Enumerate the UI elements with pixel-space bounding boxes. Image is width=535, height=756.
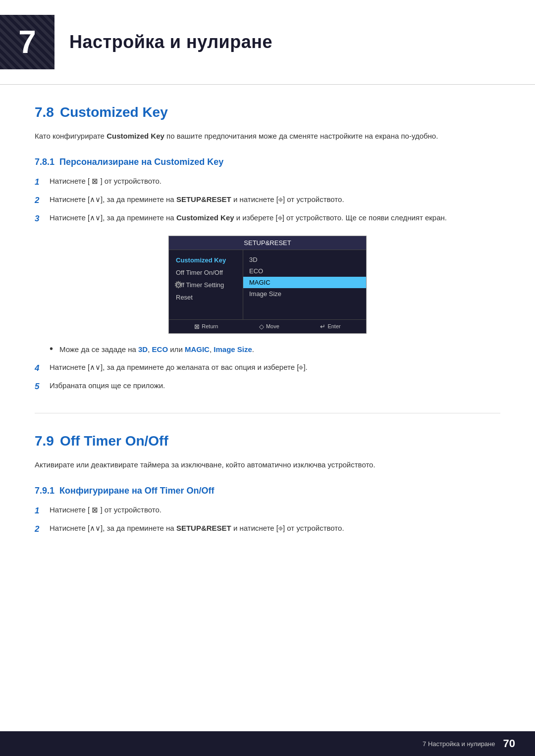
- submenu-3d: 3D: [243, 254, 366, 265]
- ss-title-bar: SETUP&RESET: [169, 236, 366, 250]
- section-7-8-title: 7.8 Customized Key: [35, 104, 500, 120]
- bullet-options: • Може да се зададе на 3D, ECO или MAGIC…: [50, 344, 500, 355]
- step-7-8-5: 5 Избраната опция ще се приложи.: [35, 380, 500, 393]
- enter-icon: ↵: [320, 323, 325, 330]
- footer-chapter-ref: 7 Настройка и нулиране: [423, 740, 495, 748]
- ss-btn-move: ◇ Move: [259, 323, 279, 330]
- ss-submenu-col: 3D ECO MAGIC Image Size: [243, 250, 366, 319]
- chapter-header: 7 Настройка и нулиране: [0, 0, 535, 85]
- steps-list-7-9: 1 Натиснете [ ⊠ ] от устройството. 2 Нат…: [35, 504, 500, 536]
- menu-item-customized-key: Customized Key: [169, 254, 243, 266]
- step-7-8-2: 2 Натиснете [∧∨], за да преминете на SET…: [35, 194, 500, 207]
- chapter-number: 7: [0, 15, 54, 69]
- steps-list-7-8-45: 4 Натиснете [∧∨], за да преминете до жел…: [35, 361, 500, 393]
- chapter-title: Настройка и нулиране: [69, 32, 272, 52]
- page-footer: 7 Настройка и нулиране 70: [0, 731, 535, 756]
- subsection-7-9-1-title: 7.9.1 Конфигуриране на Off Timer On/Off: [35, 486, 500, 496]
- content-area: 7.8 Customized Key Като конфигурирате Cu…: [0, 104, 535, 536]
- step-7-8-1: 1 Натиснете [ ⊠ ] от устройството.: [35, 175, 500, 189]
- screenshot-box: SETUP&RESET ⚙ Customized Key Off Timer O…: [168, 236, 367, 334]
- steps-list-7-8: 1 Натиснете [ ⊠ ] от устройството. 2 Нат…: [35, 175, 500, 226]
- section-7-9-desc: Активирате или деактивирате таймера за и…: [35, 459, 500, 471]
- step-7-9-1: 1 Натиснете [ ⊠ ] от устройството.: [35, 504, 500, 517]
- submenu-image-size: Image Size: [243, 288, 366, 300]
- section-7-8-desc: Като конфигурирате Customized Key по ваш…: [35, 130, 500, 142]
- ss-btn-return: ⊠ Return: [194, 323, 218, 330]
- section-7-9-title: 7.9 Off Timer On/Off: [35, 433, 500, 449]
- subsection-7-8-1-title: 7.8.1 Персонализиране на Customized Key: [35, 157, 500, 167]
- page: 7 Настройка и нулиране 7.8 Customized Ke…: [0, 0, 535, 756]
- submenu-magic: MAGIC: [243, 277, 366, 288]
- step-7-9-2: 2 Натиснете [∧∨], за да преминете на SET…: [35, 522, 500, 536]
- ss-bottom-bar: ⊠ Return ◇ Move ↵ Enter: [169, 319, 366, 333]
- return-icon: ⊠: [194, 323, 200, 330]
- submenu-eco: ECO: [243, 265, 366, 277]
- step-7-8-4: 4 Натиснете [∧∨], за да преминете до жел…: [35, 361, 500, 375]
- section-7-8: 7.8 Customized Key Като конфигурирате Cu…: [35, 104, 500, 393]
- menu-item-off-timer-onoff: Off Timer On/Off: [169, 266, 243, 279]
- gear-icon: ⚙: [174, 279, 183, 291]
- screenshot-container: SETUP&RESET ⚙ Customized Key Off Timer O…: [35, 236, 500, 334]
- section-7-9: 7.9 Off Timer On/Off Активирате или деак…: [35, 433, 500, 536]
- ss-content: ⚙ Customized Key Off Timer On/Off Off Ti…: [169, 250, 366, 319]
- move-icon: ◇: [259, 323, 264, 330]
- ss-btn-enter: ↵ Enter: [320, 323, 340, 330]
- menu-item-reset: Reset: [169, 291, 243, 303]
- footer-page-number: 70: [503, 737, 515, 750]
- step-7-8-3: 3 Натиснете [∧∨], за да преминете на Cus…: [35, 212, 500, 225]
- section-divider: [35, 413, 500, 413]
